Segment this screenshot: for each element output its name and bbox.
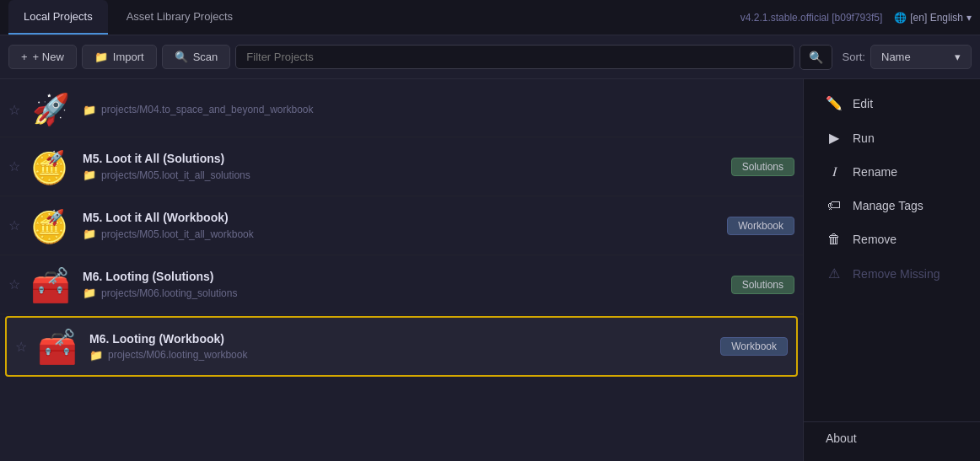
tab-bar: Local Projects Asset Library Projects v4… <box>0 0 980 35</box>
project-tag[interactable]: Workbook <box>727 217 794 235</box>
project-info: M6. Looting (Workbook) 📁 projects/M06.lo… <box>89 332 712 362</box>
folder-icon: 📁 <box>83 104 96 116</box>
project-icon: 🪙 🚀 <box>29 204 73 248</box>
rename-label: Rename <box>853 165 897 179</box>
scan-icon: 🔍 <box>175 51 188 63</box>
tabs: Local Projects Asset Library Projects <box>8 0 248 35</box>
svg-text:🚀: 🚀 <box>46 208 65 227</box>
project-tag[interactable]: Workbook <box>720 337 788 356</box>
search-icon: 🔍 <box>809 51 823 64</box>
filter-input[interactable] <box>235 45 794 69</box>
list-item[interactable]: ☆ 🧰 🗝️ M6. Looting (Solutions) 📁 project… <box>0 255 803 314</box>
right-sidebar: ✏️ Edit ▶ Run 𝐼 Rename 🏷 Manage Tags 🗑 R… <box>803 79 980 461</box>
folder-icon: 📁 <box>83 228 96 240</box>
list-item[interactable]: ☆ 🪙 🚀 M5. Loot it All (Solutions) 📁 proj… <box>0 137 803 196</box>
project-icon: 🧰 🗝️ <box>35 324 79 368</box>
language-chevron-icon: ▾ <box>967 12 972 24</box>
about-action[interactable]: About <box>809 423 975 453</box>
star-icon[interactable]: ☆ <box>8 102 24 118</box>
project-icon: 🧰 🗝️ <box>29 263 73 307</box>
main-area: ☆ 🚀 📁 projects/M04.to_space_and_beyond_w… <box>0 79 980 461</box>
list-item[interactable]: ☆ 🪙 🚀 M5. Loot it All (Workbook) 📁 proje… <box>0 196 803 255</box>
import-button[interactable]: 📁 Import <box>82 45 157 69</box>
plus-icon: + <box>21 51 28 63</box>
sort-chevron-icon: ▾ <box>955 51 961 63</box>
scan-label: Scan <box>193 51 218 63</box>
project-info: 📁 projects/M04.to_space_and_beyond_workb… <box>83 104 794 116</box>
toolbar: + + New 📁 Import 🔍 Scan 🔍 Sort: Name ▾ <box>0 35 980 79</box>
star-icon[interactable]: ☆ <box>8 276 24 292</box>
remove-action[interactable]: 🗑 Remove <box>809 223 975 255</box>
manage-tags-label: Manage Tags <box>853 199 923 212</box>
project-thumbnail: 🪙 🚀 <box>30 206 71 246</box>
project-info: M5. Loot it All (Solutions) 📁 projects/M… <box>83 152 723 181</box>
new-label: + New <box>33 51 64 63</box>
project-path: 📁 projects/M06.looting_workbook <box>89 349 712 362</box>
manage-tags-action[interactable]: 🏷 Manage Tags <box>809 190 975 222</box>
about-section: About <box>804 421 980 454</box>
run-icon: ▶ <box>826 130 843 146</box>
project-name: M6. Looting (Solutions) <box>83 270 723 283</box>
sort-value: Name <box>881 51 911 63</box>
run-action[interactable]: ▶ Run <box>809 121 975 154</box>
tab-local-projects[interactable]: Local Projects <box>8 0 108 35</box>
svg-text:🗝️: 🗝️ <box>47 265 68 286</box>
project-tag[interactable]: Solutions <box>731 276 794 294</box>
svg-text:🗝️: 🗝️ <box>54 327 75 347</box>
tags-icon: 🏷 <box>826 198 843 213</box>
edit-action[interactable]: ✏️ Edit <box>809 87 975 120</box>
list-item-selected[interactable]: ☆ 🧰 🗝️ M6. Looting (Workbook) 📁 projects… <box>5 316 798 377</box>
star-icon[interactable]: ☆ <box>15 339 30 355</box>
import-label: Import <box>113 51 144 63</box>
language-selector[interactable]: 🌐 [en] English ▾ <box>894 12 972 24</box>
project-thumbnail: 🧰 🗝️ <box>35 324 79 368</box>
remove-icon: 🗑 <box>826 232 843 247</box>
project-name: M6. Looting (Workbook) <box>89 332 712 346</box>
project-path: 📁 projects/M06.looting_solutions <box>83 287 723 299</box>
language-label: [en] English <box>910 12 963 24</box>
svg-text:🚀: 🚀 <box>46 149 65 168</box>
about-label: About <box>826 432 857 445</box>
rename-icon: 𝐼 <box>826 164 843 180</box>
search-button[interactable]: 🔍 <box>800 45 832 70</box>
folder-icon: 📁 <box>89 349 103 362</box>
version-info: v4.2.1.stable.official [b09f793f5] 🌐 [en… <box>740 12 972 24</box>
project-path: 📁 projects/M05.loot_it_all_workbook <box>83 228 719 240</box>
new-button[interactable]: + + New <box>8 45 77 69</box>
star-icon[interactable]: ☆ <box>8 158 24 174</box>
project-name: M5. Loot it All (Workbook) <box>83 211 719 224</box>
star-icon[interactable]: ☆ <box>8 217 24 233</box>
run-label: Run <box>853 131 875 145</box>
sort-label: Sort: <box>843 51 865 63</box>
project-name: M5. Loot it All (Solutions) <box>83 152 723 165</box>
import-icon: 📁 <box>94 51 108 63</box>
project-tag[interactable]: Solutions <box>731 158 794 176</box>
folder-icon: 📁 <box>83 169 96 181</box>
list-item[interactable]: ☆ 🚀 📁 projects/M04.to_space_and_beyond_w… <box>0 83 803 137</box>
project-thumbnail: 🪙 🚀 <box>30 147 71 187</box>
globe-icon: 🌐 <box>894 12 907 24</box>
project-info: M5. Loot it All (Workbook) 📁 projects/M0… <box>83 211 719 240</box>
remove-label: Remove <box>853 233 897 246</box>
remove-missing-label: Remove Missing <box>853 267 940 281</box>
project-thumbnail: 🧰 🗝️ <box>29 263 73 307</box>
version-text: v4.2.1.stable.official [b09f793f5] <box>740 12 883 24</box>
tab-asset-library[interactable]: Asset Library Projects <box>111 0 248 35</box>
project-icon: 🚀 <box>29 88 73 131</box>
project-icon: 🪙 🚀 <box>29 145 73 189</box>
tab-asset-label: Asset Library Projects <box>127 10 233 23</box>
rename-action[interactable]: 𝐼 Rename <box>809 156 975 188</box>
folder-icon: 📁 <box>83 287 96 299</box>
edit-label: Edit <box>853 97 873 110</box>
remove-missing-action: ⚠ Remove Missing <box>809 257 975 290</box>
scan-button[interactable]: 🔍 Scan <box>162 45 231 69</box>
project-list: ☆ 🚀 📁 projects/M04.to_space_and_beyond_w… <box>0 79 803 461</box>
sidebar-divider <box>804 291 980 415</box>
project-path: 📁 projects/M04.to_space_and_beyond_workb… <box>83 104 794 116</box>
project-list-scroll: ☆ 🚀 📁 projects/M04.to_space_and_beyond_w… <box>0 79 803 461</box>
sort-dropdown[interactable]: Name ▾ <box>870 45 972 69</box>
edit-icon: ✏️ <box>826 95 843 111</box>
tab-local-label: Local Projects <box>24 10 93 23</box>
project-info: M6. Looting (Solutions) 📁 projects/M06.l… <box>83 270 723 299</box>
project-path: 📁 projects/M05.loot_it_all_solutions <box>83 169 723 181</box>
